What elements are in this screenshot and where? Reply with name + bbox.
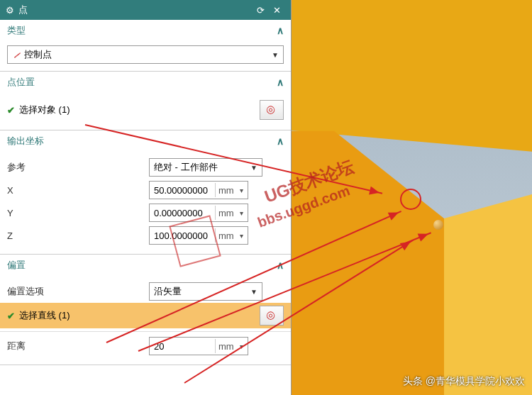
chevron-down-icon: ▼ [250, 288, 257, 296]
section-position: 点位置 ∧ ✔ 选择对象 (1) [0, 72, 291, 130]
unit-dropdown[interactable]: mm ▾ [215, 206, 246, 220]
chevron-down-icon: ▾ [240, 209, 243, 217]
select-object-label: 选择对象 (1) [19, 104, 260, 116]
section-header-output[interactable]: 输出坐标 ∧ [0, 130, 291, 152]
dialog-title: 点 [18, 4, 28, 16]
close-icon[interactable]: ✕ [269, 5, 285, 16]
crosshair-icon [266, 104, 277, 116]
type-dropdown[interactable]: ⟋ 控制点 ▼ [7, 45, 284, 64]
dialog-titlebar: ⚙ 点 ⟳ ✕ [0, 0, 291, 20]
3d-viewport[interactable]: 头条 @青华模具学院小欢欢 [292, 0, 532, 395]
section-header-offset[interactable]: 偏置 ∧ [0, 255, 291, 276]
chevron-up-icon: ∧ [277, 25, 284, 36]
refresh-icon[interactable]: ⟳ [253, 5, 269, 16]
section-header-position[interactable]: 点位置 ∧ [0, 72, 291, 93]
gear-icon[interactable]: ⚙ [6, 5, 14, 16]
dialog-panel: ⚙ 点 ⟳ ✕ 类型 ∧ ⟋ 控制点 ▼ 点位置 ∧ [0, 0, 292, 395]
chevron-up-icon: ∧ [277, 77, 284, 88]
check-icon: ✔ [7, 105, 15, 116]
curve-icon: ⟋ [12, 50, 21, 60]
crosshair-icon [266, 310, 277, 321]
select-object-row: ✔ 选择对象 (1) [7, 97, 284, 123]
section-output: 输出坐标 ∧ 参考 绝对 - 工作部件 ▼ X mm [0, 130, 291, 255]
y-label: Y [7, 208, 149, 218]
reference-label: 参考 [7, 161, 149, 174]
point-marker [433, 220, 443, 230]
chevron-up-icon: ∧ [277, 135, 284, 147]
section-type: 类型 ∧ ⟋ 控制点 ▼ [0, 20, 291, 72]
chevron-down-icon: ▾ [240, 187, 243, 194]
x-input[interactable]: mm ▾ [149, 181, 248, 199]
section-header-type[interactable]: 类型 ∧ [0, 20, 291, 41]
distance-label: 距离 [7, 340, 149, 352]
chevron-down-icon: ▾ [240, 232, 243, 240]
chevron-down-icon: ▼ [272, 51, 279, 59]
credit-text: 头条 @青华模具学院小欢欢 [403, 375, 525, 388]
unit-dropdown[interactable]: mm ▾ [215, 228, 246, 243]
check-icon: ✔ [7, 311, 15, 321]
selection-circle [400, 189, 421, 210]
x-label: X [7, 185, 149, 196]
z-label: Z [7, 230, 149, 241]
unit-dropdown[interactable]: mm ▾ [215, 183, 246, 197]
offset-option-label: 偏置选项 [7, 285, 149, 298]
pick-point-button[interactable] [260, 100, 284, 120]
